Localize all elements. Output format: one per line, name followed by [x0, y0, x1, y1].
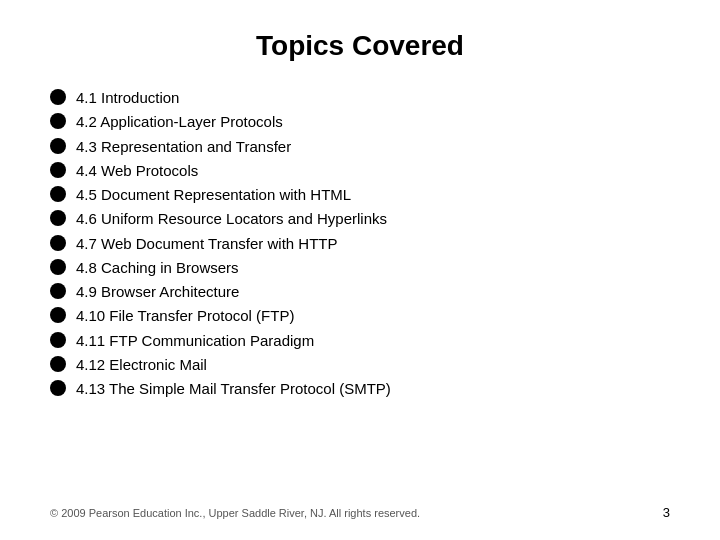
topic-text: 4.2 Application-Layer Protocols: [76, 110, 670, 133]
bullet-icon: [50, 138, 66, 154]
list-item: 4.5 Document Representation with HTML: [50, 183, 670, 206]
topic-text: 4.10 File Transfer Protocol (FTP): [76, 304, 670, 327]
bullet-icon: [50, 380, 66, 396]
list-item: 4.3 Representation and Transfer: [50, 135, 670, 158]
list-item: 4.2 Application-Layer Protocols: [50, 110, 670, 133]
list-item: 4.9 Browser Architecture: [50, 280, 670, 303]
topic-text: 4.12 Electronic Mail: [76, 353, 670, 376]
bullet-icon: [50, 89, 66, 105]
topic-text: 4.9 Browser Architecture: [76, 280, 670, 303]
bullet-icon: [50, 210, 66, 226]
list-item: 4.10 File Transfer Protocol (FTP): [50, 304, 670, 327]
bullet-icon: [50, 162, 66, 178]
list-item: 4.12 Electronic Mail: [50, 353, 670, 376]
slide-title: Topics Covered: [50, 30, 670, 62]
bullet-icon: [50, 259, 66, 275]
topic-text: 4.3 Representation and Transfer: [76, 135, 670, 158]
topic-text: 4.1 Introduction: [76, 86, 670, 109]
copyright-text: © 2009 Pearson Education Inc., Upper Sad…: [50, 507, 420, 519]
list-item: 4.6 Uniform Resource Locators and Hyperl…: [50, 207, 670, 230]
bullet-icon: [50, 307, 66, 323]
slide: Topics Covered 4.1 Introduction4.2 Appli…: [0, 0, 720, 540]
list-item: 4.4 Web Protocols: [50, 159, 670, 182]
content-area: 4.1 Introduction4.2 Application-Layer Pr…: [50, 86, 670, 495]
topic-text: 4.7 Web Document Transfer with HTTP: [76, 232, 670, 255]
bullet-icon: [50, 283, 66, 299]
list-item: 4.11 FTP Communication Paradigm: [50, 329, 670, 352]
topic-text: 4.4 Web Protocols: [76, 159, 670, 182]
slide-footer: © 2009 Pearson Education Inc., Upper Sad…: [50, 505, 670, 520]
topic-text: 4.13 The Simple Mail Transfer Protocol (…: [76, 377, 670, 400]
list-item: 4.7 Web Document Transfer with HTTP: [50, 232, 670, 255]
topic-text: 4.6 Uniform Resource Locators and Hyperl…: [76, 207, 670, 230]
bullet-icon: [50, 113, 66, 129]
bullet-icon: [50, 356, 66, 372]
bullet-icon: [50, 332, 66, 348]
topic-text: 4.5 Document Representation with HTML: [76, 183, 670, 206]
list-item: 4.13 The Simple Mail Transfer Protocol (…: [50, 377, 670, 400]
topic-text: 4.11 FTP Communication Paradigm: [76, 329, 670, 352]
list-item: 4.8 Caching in Browsers: [50, 256, 670, 279]
page-number: 3: [663, 505, 670, 520]
bullet-icon: [50, 186, 66, 202]
topic-text: 4.8 Caching in Browsers: [76, 256, 670, 279]
bullet-icon: [50, 235, 66, 251]
topics-list: 4.1 Introduction4.2 Application-Layer Pr…: [50, 86, 670, 401]
list-item: 4.1 Introduction: [50, 86, 670, 109]
